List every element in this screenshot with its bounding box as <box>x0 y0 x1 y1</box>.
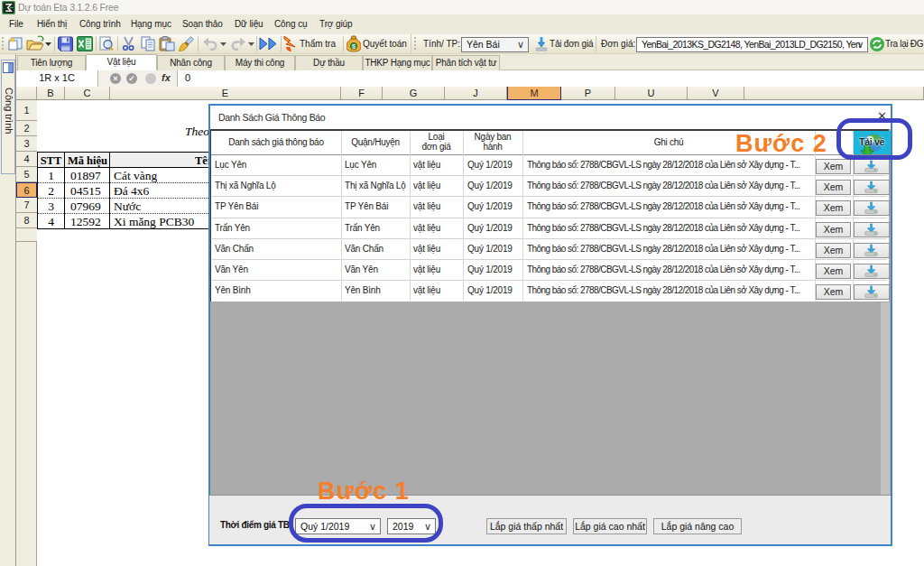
svg-text:$: $ <box>352 43 356 50</box>
